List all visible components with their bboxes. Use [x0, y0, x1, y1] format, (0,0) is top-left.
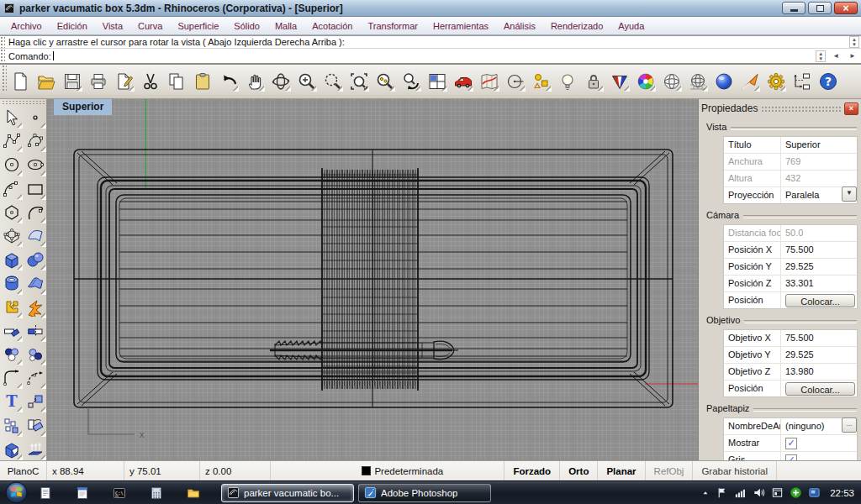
drag-grip[interactable] [2, 65, 7, 92]
palette-rectangle-button[interactable] [24, 177, 47, 201]
command-spinner[interactable]: ▲ ▼ [816, 50, 826, 62]
palette-fillet-surface-button[interactable] [24, 343, 47, 366]
tray-volume-icon[interactable] [753, 486, 765, 499]
toolbar-render-button[interactable] [610, 71, 630, 92]
palette-blend-button[interactable] [0, 343, 24, 366]
menu-item-superficie[interactable]: Superficie [170, 18, 226, 34]
quick-launch-command-prompt[interactable] [110, 484, 129, 502]
quick-launch-calculator[interactable] [147, 484, 166, 502]
prop-value-posicion-x[interactable]: 75.500 [781, 242, 857, 258]
scroll-down-icon[interactable]: ▼ [852, 42, 857, 47]
nav-right-icon[interactable]: ► [844, 50, 861, 61]
drag-grip[interactable] [0, 49, 5, 63]
toolbar-rendered-sphere-button[interactable] [714, 71, 734, 92]
toolbar-cplane-button[interactable] [505, 71, 526, 92]
toolbar-zoom-dynamic-button[interactable] [297, 71, 317, 92]
palette-sphere-button[interactable] [24, 248, 47, 271]
palette-circle-button[interactable] [0, 153, 24, 176]
cplane-button[interactable]: PlanoC [0, 461, 47, 480]
tray-sidebar-window-icon[interactable] [771, 486, 784, 499]
tray-action-center-flag-icon[interactable] [716, 486, 728, 499]
prop-value-posicion-y[interactable]: 29.525 [781, 259, 857, 275]
prop-value-objetivo-z[interactable]: 13.980 [781, 364, 857, 380]
start-button[interactable] [5, 481, 28, 504]
toolbar-copy-button[interactable] [166, 71, 187, 92]
toolbar-wireframe-sphere-button[interactable] [662, 71, 682, 92]
toolbar-undo-button[interactable] [219, 71, 239, 92]
palette-box-button[interactable] [0, 248, 24, 271]
toolbar-options-button[interactable] [766, 71, 786, 92]
menu-item-vista[interactable]: Vista [95, 18, 130, 34]
prop-value-proyeccion[interactable]: Paralela [781, 187, 840, 203]
toolbar-lights-button[interactable] [557, 71, 578, 92]
palette-curve-control-button[interactable] [0, 129, 24, 153]
palette-polygon-button[interactable] [0, 201, 24, 224]
toolbar-plan-view-button[interactable] [479, 71, 499, 92]
prop-value-posicion-z[interactable]: 33.301 [781, 276, 857, 291]
spinner-down-icon[interactable]: ▼ [818, 56, 823, 61]
prop-posicion-button[interactable]: Colocar... [785, 382, 855, 396]
prop-nombredearc-browse-button[interactable]: ... [842, 417, 857, 433]
status-toggle-planar[interactable]: Planar [598, 461, 645, 480]
prop-posicion-button[interactable]: Colocar... [785, 294, 855, 307]
palette-text-button[interactable] [0, 390, 24, 413]
palette-ellipse-button[interactable] [24, 153, 47, 176]
prop-value-titulo[interactable]: Superior [781, 137, 857, 153]
task-button-photoshop[interactable]: Adobe Photoshop [358, 484, 491, 502]
menu-item-edicion[interactable]: Edición [50, 18, 95, 34]
palette-surface-button[interactable] [24, 224, 47, 248]
panel-close-button[interactable]: × [844, 102, 858, 115]
toolbar-color-wheel-button[interactable] [636, 71, 656, 92]
toolbar-help-button[interactable] [818, 71, 838, 92]
toolbar-rotate-view-button[interactable] [271, 71, 291, 92]
status-toggle-grabar-historial[interactable]: Grabar historial [693, 461, 777, 480]
palette-fillet-button[interactable] [0, 366, 24, 390]
minimize-button[interactable] [782, 2, 806, 14]
palette-split-button[interactable] [24, 319, 47, 343]
task-button-rhino[interactable]: parker vacumatic bo... [221, 484, 354, 502]
palette-arc-button[interactable] [0, 177, 24, 201]
menu-item-curva[interactable]: Curva [130, 18, 170, 34]
toolbar-undo-view-button[interactable] [401, 71, 421, 92]
quick-launch-explorer-folder[interactable] [184, 484, 203, 502]
status-toggle-forzado[interactable]: Forzado [504, 461, 560, 480]
restore-button[interactable] [808, 2, 832, 14]
menu-item-analisis[interactable]: Análisis [496, 18, 543, 34]
toolbar-print-button[interactable] [88, 71, 108, 92]
toolbar-zoom-selected-button[interactable] [375, 71, 395, 92]
toolbar-cut-button[interactable] [140, 71, 161, 92]
menu-item-renderizado[interactable]: Renderizado [543, 18, 610, 34]
toolbar-new-file-button[interactable] [10, 71, 30, 92]
palette-extrude-button[interactable] [24, 438, 47, 461]
toolbar-viewport-layout-button[interactable] [427, 71, 447, 92]
menu-item-solido[interactable]: Sólido [226, 18, 267, 34]
palette-array-button[interactable] [24, 413, 47, 437]
menu-item-ayuda[interactable]: Ayuda [610, 18, 652, 34]
viewport-title-tab[interactable]: Superior [54, 99, 112, 115]
layer-button[interactable]: Predeterminada [357, 461, 504, 480]
status-toggle-refobj[interactable]: RefObj [646, 461, 694, 480]
menu-item-archivo[interactable]: Archivo [3, 18, 50, 34]
close-button[interactable]: × [834, 2, 858, 14]
toolbar-paste-button[interactable] [193, 71, 213, 92]
toolbar-ghosted-sphere-button[interactable] [688, 71, 708, 92]
panel-drag-handle[interactable] [761, 106, 841, 113]
viewport-superior[interactable]: Superior x [47, 99, 698, 460]
quick-launch-notepad[interactable] [36, 484, 55, 502]
toolbar-history-button[interactable] [792, 71, 812, 92]
menu-item-malla[interactable]: Malla [267, 18, 304, 34]
drag-grip[interactable] [0, 36, 5, 48]
nav-left-icon[interactable]: ◄ [827, 50, 844, 61]
palette-boolean-button[interactable] [0, 438, 24, 461]
toolbar-save-file-button[interactable] [62, 71, 82, 92]
palette-scale-button[interactable] [24, 390, 47, 413]
palette-surface-points-button[interactable] [0, 224, 24, 248]
palette-explode-button[interactable] [24, 296, 47, 319]
palette-curve-interpolate-button[interactable] [24, 129, 47, 153]
palette-selection-button[interactable] [0, 106, 24, 129]
prop-value-objetivo-y[interactable]: 29.525 [781, 347, 857, 363]
tray-network-signal-icon[interactable] [734, 486, 747, 499]
palette-sweep-button[interactable] [24, 271, 47, 295]
tray-security-green-icon[interactable] [790, 486, 802, 499]
palette-block-button[interactable] [0, 413, 24, 437]
